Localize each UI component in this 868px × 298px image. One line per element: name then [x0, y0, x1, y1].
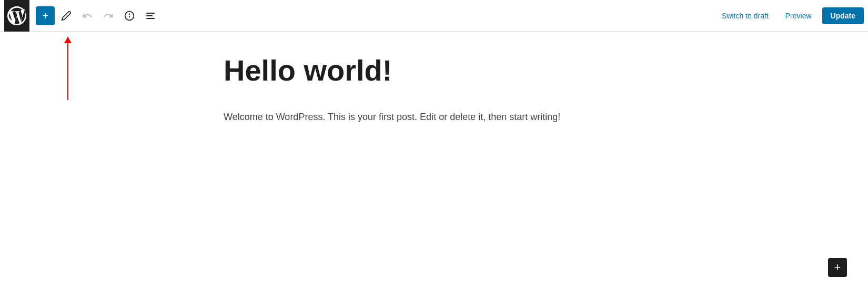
- wp-logo-icon: [7, 6, 26, 25]
- wp-logo-button[interactable]: [4, 0, 29, 32]
- add-block-floating-button[interactable]: +: [828, 258, 847, 277]
- update-button[interactable]: Update: [822, 7, 864, 24]
- editor-content: Hello world! Welcome to WordPress. This …: [0, 32, 868, 298]
- switch-to-draft-button[interactable]: Switch to draft: [715, 8, 775, 23]
- list-view-icon: [146, 13, 155, 19]
- editor-wrapper: +: [0, 0, 868, 298]
- annotation-arrow: [67, 37, 68, 100]
- tools-button[interactable]: [57, 6, 76, 25]
- post-title[interactable]: Hello world!: [224, 53, 644, 88]
- editor-inner: Hello world! Welcome to WordPress. This …: [224, 53, 644, 277]
- undo-button[interactable]: [78, 6, 97, 25]
- list-view-button[interactable]: [141, 6, 160, 25]
- add-block-button[interactable]: +: [36, 6, 55, 25]
- floating-plus-icon: +: [834, 261, 841, 274]
- post-content[interactable]: Welcome to WordPress. This is your first…: [224, 109, 644, 125]
- undo-icon: [82, 11, 93, 21]
- redo-icon: [103, 11, 114, 21]
- toolbar: +: [0, 0, 868, 32]
- toolbar-right: Switch to draft Preview Update: [715, 7, 864, 24]
- redo-button[interactable]: [99, 6, 118, 25]
- pencil-icon: [61, 11, 72, 21]
- info-icon: [124, 11, 135, 21]
- preview-button[interactable]: Preview: [779, 8, 818, 23]
- info-button[interactable]: [120, 6, 139, 25]
- toolbar-left: +: [4, 0, 715, 32]
- plus-icon: +: [42, 11, 48, 21]
